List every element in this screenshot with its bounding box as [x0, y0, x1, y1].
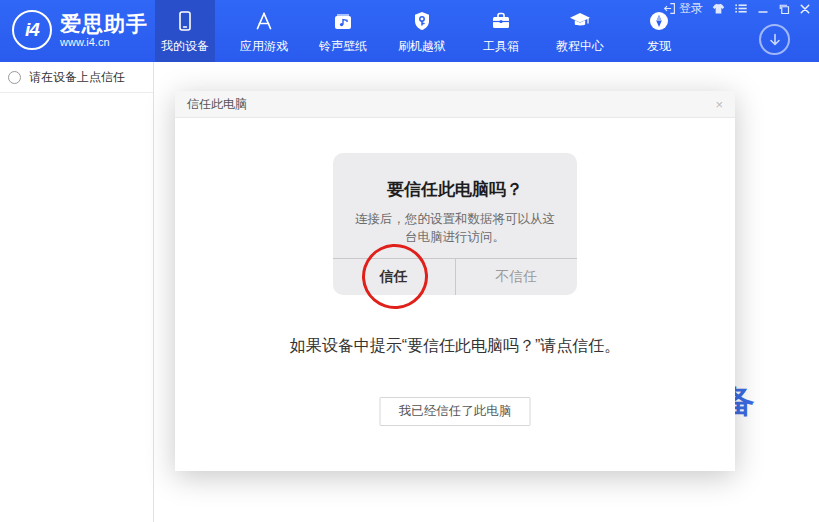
- ios-alert-body: 连接后，您的设置和数据将可以从这台电脑进行访问。: [333, 210, 577, 246]
- ios-alert-title: 要信任此电脑吗？: [333, 153, 577, 201]
- circle-down-arrow-icon: [767, 32, 783, 48]
- main-content: 请在设备上点信任 备 信任此电脑 × 要信任此电脑吗？ 连接后，您的设置和数据将…: [0, 62, 819, 522]
- skin-icon: [712, 2, 725, 15]
- nav-item-my-devices[interactable]: 我的设备: [155, 0, 215, 62]
- device-status-row[interactable]: 请在设备上点信任: [0, 62, 153, 93]
- app-title: 爱思助手: [60, 12, 148, 35]
- app-window: i4 爱思助手 www.i4.cn 我的设备 应用游戏: [0, 0, 819, 522]
- main-nav: 我的设备 应用游戏 铃声壁纸 刷机越狱: [155, 0, 708, 62]
- header-download-button[interactable]: [759, 24, 790, 55]
- dialog-instruction-text: 如果设备中提示“要信任此电脑吗？”请点信任。: [175, 336, 735, 357]
- login-label: 登录: [679, 0, 703, 17]
- shield-key-icon: [410, 9, 434, 33]
- nav-label: 我的设备: [161, 38, 209, 55]
- dialog-titlebar: 信任此电脑 ×: [175, 91, 735, 118]
- smartphone-icon: [173, 9, 197, 33]
- skin-theme-button[interactable]: [712, 1, 725, 17]
- ios-alert-buttons: 信任 不信任: [333, 258, 577, 295]
- status-circle-icon: [8, 71, 21, 84]
- minimize-button[interactable]: [757, 1, 769, 17]
- nav-label: 应用游戏: [240, 38, 288, 55]
- ios-trust-button[interactable]: 信任: [333, 259, 455, 295]
- list-menu-button[interactable]: [734, 1, 748, 17]
- list-icon: [734, 2, 748, 15]
- logo-i4-icon: i4: [12, 10, 52, 50]
- music-wallpaper-icon: [331, 9, 355, 33]
- dialog-title: 信任此电脑: [187, 96, 247, 113]
- ios-trust-alert: 要信任此电脑吗？ 连接后，您的设置和数据将可以从这台电脑进行访问。 信任 不信任: [333, 153, 577, 295]
- nav-item-ringtones-wallpapers[interactable]: 铃声壁纸: [313, 0, 373, 62]
- appstore-icon: [252, 9, 276, 33]
- nav-label: 教程中心: [556, 38, 604, 55]
- close-icon: [799, 3, 811, 15]
- toolbox-icon: [489, 9, 513, 33]
- minimize-icon: [757, 3, 769, 15]
- login-button[interactable]: 登录: [663, 1, 703, 17]
- device-status-text: 请在设备上点信任: [29, 69, 125, 86]
- nav-item-toolbox[interactable]: 工具箱: [471, 0, 531, 62]
- nav-item-flash-jailbreak[interactable]: 刷机越狱: [392, 0, 452, 62]
- ios-distrust-button[interactable]: 不信任: [455, 259, 578, 295]
- maximize-button[interactable]: [778, 1, 790, 17]
- already-trusted-button[interactable]: 我已经信任了此电脑: [380, 397, 531, 426]
- nav-label: 发现: [647, 38, 671, 55]
- login-icon: [663, 2, 676, 15]
- graduation-cap-icon: [568, 9, 592, 33]
- window-userbar: 登录: [663, 0, 811, 17]
- nav-item-tutorials[interactable]: 教程中心: [550, 0, 610, 62]
- trust-computer-dialog: 信任此电脑 × 要信任此电脑吗？ 连接后，您的设置和数据将可以从这台电脑进行访问…: [175, 91, 735, 471]
- nav-label: 铃声壁纸: [319, 38, 367, 55]
- app-logo: i4 爱思助手 www.i4.cn: [12, 10, 148, 50]
- nav-label: 工具箱: [483, 38, 519, 55]
- dialog-close-icon[interactable]: ×: [715, 98, 723, 111]
- device-sidebar: 请在设备上点信任: [0, 62, 154, 522]
- nav-label: 刷机越狱: [398, 38, 446, 55]
- header-bar: i4 爱思助手 www.i4.cn 我的设备 应用游戏: [0, 0, 819, 62]
- nav-item-apps-games[interactable]: 应用游戏: [234, 0, 294, 62]
- maximize-icon: [778, 3, 790, 15]
- app-url: www.i4.cn: [60, 36, 148, 48]
- close-window-button[interactable]: [799, 1, 811, 17]
